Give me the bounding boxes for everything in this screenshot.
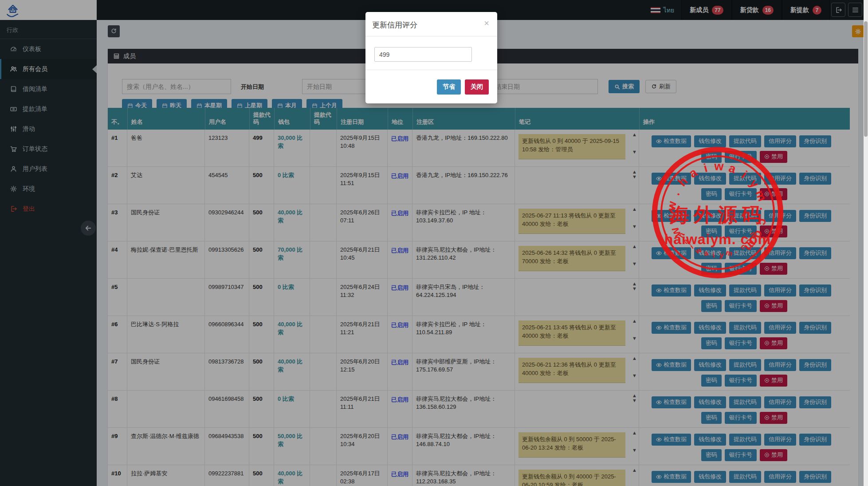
scrollbar-thumb[interactable] [864, 21, 868, 137]
save-button[interactable]: 节省 [437, 79, 461, 95]
scrollbar [864, 0, 868, 486]
modal-update-credit-score: 更新信用评分 × 节省 关闭 [365, 12, 497, 103]
credit-score-input[interactable] [374, 47, 472, 62]
modal-footer: 节省 关闭 [365, 70, 497, 95]
page: $ ไทย 新成员77新贷款16新提款7 行政 仪表板所有会员借阅清单提款清单滑… [0, 0, 868, 486]
modal-body [365, 36, 497, 70]
close-icon[interactable]: × [481, 18, 492, 28]
modal-title: 更新信用评分 [372, 21, 417, 29]
close-button[interactable]: 关闭 [465, 79, 489, 95]
modal-header: 更新信用评分 × [365, 12, 497, 36]
